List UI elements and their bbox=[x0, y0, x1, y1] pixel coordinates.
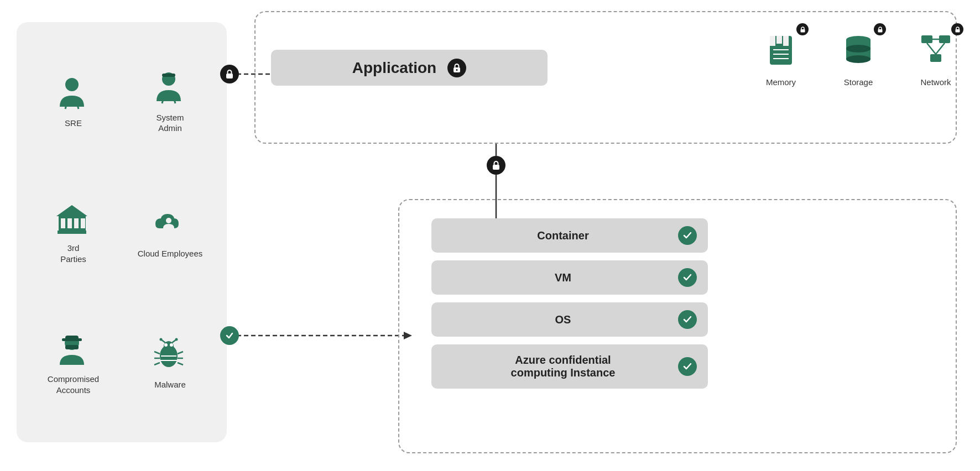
resource-memory: Memory bbox=[759, 28, 803, 87]
sre-label: SRE bbox=[65, 118, 82, 129]
svg-rect-44 bbox=[800, 29, 805, 33]
svg-point-55 bbox=[846, 55, 870, 63]
svg-line-35 bbox=[178, 352, 183, 354]
svg-line-37 bbox=[178, 363, 183, 365]
stack-item-vm: VM bbox=[431, 260, 708, 295]
actor-cloud-employees: Cloud Employees bbox=[124, 170, 216, 295]
os-check bbox=[678, 310, 697, 329]
actor-compromised-accounts: CompromisedAccounts bbox=[28, 300, 119, 426]
svg-point-7 bbox=[65, 78, 79, 91]
actor-3rd-parties: 3rdParties bbox=[28, 170, 119, 295]
container-label: Container bbox=[448, 229, 678, 242]
svg-point-31 bbox=[175, 338, 178, 341]
svg-rect-15 bbox=[61, 218, 65, 228]
svg-rect-24 bbox=[65, 336, 79, 340]
stack-item-container: Container bbox=[431, 218, 708, 253]
svg-rect-25 bbox=[65, 345, 79, 349]
storage-lock bbox=[874, 23, 886, 35]
svg-point-38 bbox=[164, 343, 168, 347]
svg-rect-59 bbox=[939, 35, 950, 43]
memory-icon bbox=[759, 28, 803, 72]
application-label: Application bbox=[352, 59, 436, 77]
3rd-parties-icon bbox=[54, 200, 93, 238]
actor-system-admin: SystemAdmin bbox=[124, 39, 216, 164]
storage-label: Storage bbox=[844, 77, 873, 87]
svg-rect-65 bbox=[493, 165, 499, 170]
network-lock bbox=[951, 23, 963, 35]
sre-icon bbox=[54, 75, 93, 113]
svg-point-30 bbox=[159, 338, 162, 341]
system-admin-label: SystemAdmin bbox=[156, 112, 184, 134]
azure-check bbox=[678, 357, 697, 376]
resource-storage: Storage bbox=[836, 28, 880, 87]
svg-line-34 bbox=[154, 363, 160, 365]
storage-icon bbox=[836, 28, 880, 72]
svg-point-21 bbox=[166, 218, 171, 223]
vm-label: VM bbox=[448, 271, 678, 284]
svg-point-56 bbox=[846, 45, 870, 53]
svg-point-39 bbox=[170, 343, 173, 347]
stack-item-azure: Azure confidentialcomputing Instance bbox=[431, 344, 708, 389]
diagram-container: SRE SystemAdmin bbox=[0, 0, 980, 471]
top-connector-lock bbox=[220, 65, 239, 83]
svg-rect-20 bbox=[58, 231, 86, 234]
container-check bbox=[678, 226, 697, 245]
actor-malware: Malware bbox=[124, 300, 216, 426]
memory-label: Memory bbox=[766, 77, 796, 87]
svg-rect-47 bbox=[776, 36, 782, 44]
svg-rect-64 bbox=[226, 74, 233, 78]
stack-item-os: OS bbox=[431, 302, 708, 337]
vm-check bbox=[678, 268, 697, 287]
svg-line-61 bbox=[927, 43, 936, 54]
cloud-employees-label: Cloud Employees bbox=[138, 248, 203, 259]
azure-label: Azure confidentialcomputing Instance bbox=[448, 354, 678, 379]
svg-point-43 bbox=[456, 69, 458, 71]
actors-panel: SRE SystemAdmin bbox=[17, 22, 227, 442]
svg-rect-52 bbox=[878, 29, 882, 33]
svg-rect-60 bbox=[930, 54, 941, 62]
compromised-accounts-icon bbox=[54, 331, 93, 369]
os-label: OS bbox=[448, 313, 678, 326]
stack-container: Container VM OS bbox=[431, 218, 708, 389]
svg-marker-19 bbox=[56, 205, 87, 216]
svg-rect-17 bbox=[74, 218, 79, 228]
svg-rect-58 bbox=[921, 35, 932, 43]
svg-rect-18 bbox=[81, 218, 85, 228]
svg-rect-48 bbox=[783, 36, 789, 46]
svg-line-62 bbox=[936, 43, 945, 54]
malware-label: Malware bbox=[154, 379, 186, 390]
resource-network: Network bbox=[914, 28, 958, 87]
svg-rect-57 bbox=[955, 29, 960, 33]
cloud-employees-icon bbox=[151, 205, 190, 244]
svg-line-32 bbox=[154, 352, 160, 354]
3rd-parties-label: 3rdParties bbox=[60, 243, 86, 264]
svg-rect-11 bbox=[162, 74, 175, 77]
bottom-connector-check bbox=[220, 326, 239, 345]
memory-lock bbox=[796, 23, 809, 35]
application-lock-badge bbox=[447, 59, 466, 77]
malware-icon bbox=[151, 336, 190, 375]
system-admin-icon bbox=[151, 69, 190, 108]
svg-rect-46 bbox=[770, 36, 775, 46]
actor-sre: SRE bbox=[28, 39, 119, 164]
middle-connector-lock bbox=[487, 156, 505, 175]
svg-rect-16 bbox=[67, 218, 72, 228]
application-bar: Application bbox=[271, 50, 548, 86]
resources-area: Memory Storage bbox=[759, 28, 958, 87]
network-icon bbox=[914, 28, 958, 72]
network-label: Network bbox=[920, 77, 951, 87]
compromised-accounts-label: CompromisedAccounts bbox=[48, 374, 99, 395]
